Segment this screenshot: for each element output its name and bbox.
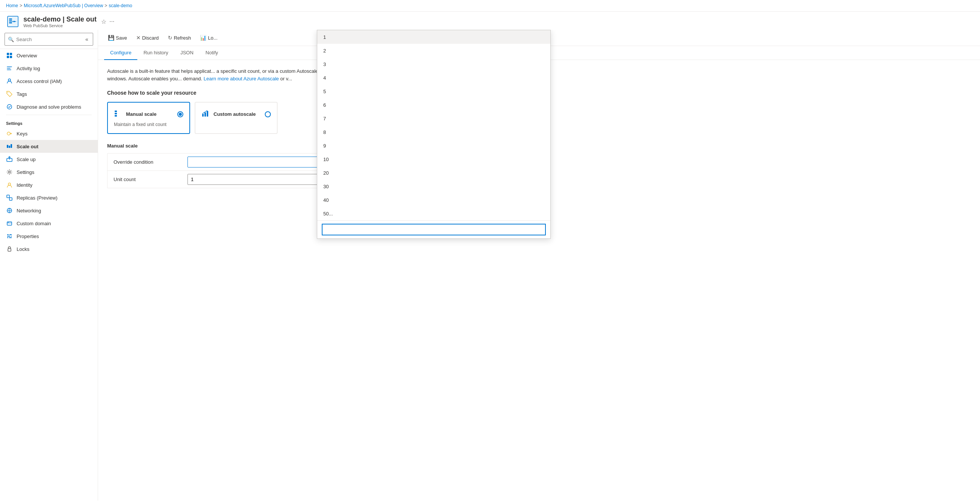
dropdown-item-20[interactable]: 20 <box>317 166 550 180</box>
domain-icon <box>6 220 13 227</box>
sidebar-item-networking[interactable]: Networking <box>0 204 98 217</box>
sidebar-iam-label: Access control (IAM) <box>17 78 62 84</box>
breadcrumb: Home > Microsoft.AzureWebPubSub | Overvi… <box>0 0 980 12</box>
more-options-button[interactable]: ··· <box>110 18 114 25</box>
dropdown-item-6[interactable]: 6 <box>317 98 550 112</box>
dropdown-item-50-partial[interactable]: 50... <box>317 207 550 220</box>
sidebar-item-identity[interactable]: Identity <box>0 178 98 191</box>
manual-scale-card[interactable]: Manual scale Maintain a fixed unit count <box>107 102 190 134</box>
sidebar-item-iam[interactable]: Access control (IAM) <box>0 75 98 87</box>
sidebar-item-activity-log[interactable]: Activity log <box>0 62 98 75</box>
sidebar-tags-label: Tags <box>17 91 27 97</box>
sidebar-item-diagnose[interactable]: Diagnose and solve problems <box>0 100 98 113</box>
dropdown-item-1[interactable]: 1 <box>317 30 550 44</box>
locks-icon <box>6 246 13 252</box>
manual-scale-subtitle: Maintain a fixed unit count <box>114 122 183 127</box>
save-button[interactable]: 💾 Save <box>104 33 131 43</box>
dropdown-item-2[interactable]: 2 <box>317 44 550 57</box>
custom-scale-icon <box>201 109 210 119</box>
breadcrumb-sep2: > <box>105 3 107 8</box>
unit-select-wrapper: 1 2 3 4 5 6 7 8 9 10 <box>188 174 338 185</box>
svg-rect-30 <box>207 111 208 116</box>
svg-point-9 <box>8 79 11 81</box>
sidebar-item-settings[interactable]: Settings <box>0 165 98 178</box>
logs-label: Lo... <box>208 35 217 41</box>
dropdown-item-4[interactable]: 4 <box>317 71 550 84</box>
svg-point-12 <box>7 132 10 135</box>
sidebar-diagnose-label: Diagnose and solve problems <box>17 104 81 110</box>
manual-scale-header: Manual scale <box>114 109 183 119</box>
main-layout: 🔍 « Overview Activity log Access control… <box>0 30 980 501</box>
replicas-icon <box>6 194 13 201</box>
refresh-button[interactable]: ↻ Refresh <box>164 33 195 43</box>
diagnose-icon <box>6 103 13 110</box>
iam-icon <box>6 78 13 84</box>
dropdown-item-9[interactable]: 9 <box>317 139 550 153</box>
breadcrumb-current[interactable]: scale-demo <box>109 3 132 8</box>
svg-rect-1 <box>9 19 12 20</box>
dropdown-item-3[interactable]: 3 <box>317 57 550 71</box>
sidebar-item-domain[interactable]: Custom domain <box>0 217 98 230</box>
content-area: 💾 Save ✕ Discard ↻ Refresh 📊 Lo... Confi… <box>98 30 980 501</box>
activity-icon <box>6 65 13 72</box>
tab-configure[interactable]: Configure <box>104 46 137 60</box>
identity-icon <box>6 181 13 188</box>
svg-point-23 <box>8 222 9 223</box>
sidebar-overview-label: Overview <box>17 53 37 59</box>
dropdown-item-40[interactable]: 40 <box>317 193 550 207</box>
scaleout-icon <box>6 143 13 150</box>
sidebar-item-scale-out[interactable]: Scale out <box>0 140 98 153</box>
sidebar-item-properties[interactable]: Properties <box>0 230 98 243</box>
sidebar-scaleout-label: Scale out <box>17 144 38 150</box>
breadcrumb-parent[interactable]: Microsoft.AzureWebPubSub | Overview <box>24 3 103 8</box>
nav-divider <box>6 115 92 115</box>
networking-icon <box>6 207 13 214</box>
manual-scale-radio[interactable] <box>177 111 183 117</box>
dropdown-item-8[interactable]: 8 <box>317 125 550 139</box>
custom-scale-radio[interactable] <box>265 111 271 117</box>
save-label: Save <box>116 35 127 41</box>
discard-label: Discard <box>142 35 159 41</box>
svg-rect-15 <box>11 144 12 148</box>
properties-icon <box>6 233 13 240</box>
tab-notify[interactable]: Notify <box>200 46 224 60</box>
svg-rect-28 <box>202 114 204 116</box>
sidebar-locks-label: Locks <box>17 247 29 252</box>
collapse-button[interactable]: « <box>84 35 90 44</box>
sidebar-item-keys[interactable]: Keys <box>0 127 98 140</box>
breadcrumb-home[interactable]: Home <box>6 3 18 8</box>
svg-rect-8 <box>10 56 12 58</box>
favorite-button[interactable]: ☆ <box>101 18 107 25</box>
sidebar-item-tags[interactable]: Tags <box>0 87 98 100</box>
tab-json[interactable]: JSON <box>174 46 200 60</box>
unit-count-select[interactable]: 1 2 3 4 5 6 7 8 9 10 <box>188 174 338 185</box>
sidebar-item-scale-up[interactable]: Scale up <box>0 153 98 165</box>
tab-run-history[interactable]: Run history <box>137 46 174 60</box>
sidebar-networking-label: Networking <box>17 208 41 213</box>
logs-button[interactable]: 📊 Lo... <box>196 33 221 43</box>
svg-point-18 <box>8 183 11 185</box>
svg-rect-20 <box>10 198 12 200</box>
svg-rect-2 <box>9 21 12 22</box>
svg-rect-29 <box>204 113 206 116</box>
custom-scale-card[interactable]: Custom autoscale <box>195 102 278 134</box>
sidebar-item-replicas[interactable]: Replicas (Preview) <box>0 191 98 204</box>
scaleup-icon <box>6 156 13 162</box>
unit-count-dropdown: 1 2 3 4 5 6 7 8 9 10 20 30 40 50... <box>317 30 551 239</box>
dropdown-search-input[interactable] <box>322 224 546 235</box>
learn-more-link[interactable]: Learn more about Azure Autoscale <box>204 76 279 81</box>
save-icon: 💾 <box>108 35 114 41</box>
sidebar-item-locks[interactable]: Locks <box>0 243 98 255</box>
sidebar-item-overview[interactable]: Overview <box>0 49 98 62</box>
dropdown-item-30[interactable]: 30 <box>317 180 550 193</box>
sidebar-domain-label: Custom domain <box>17 221 51 226</box>
keys-icon <box>6 130 13 137</box>
search-input[interactable] <box>16 37 82 42</box>
discard-icon: ✕ <box>136 35 141 41</box>
dropdown-item-5[interactable]: 5 <box>317 84 550 98</box>
svg-point-10 <box>8 92 8 93</box>
svg-rect-7 <box>7 56 9 58</box>
dropdown-item-10[interactable]: 10 <box>317 153 550 166</box>
discard-button[interactable]: ✕ Discard <box>132 33 162 43</box>
dropdown-item-7[interactable]: 7 <box>317 112 550 125</box>
